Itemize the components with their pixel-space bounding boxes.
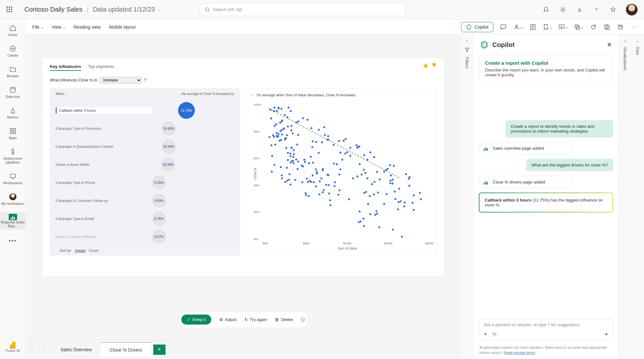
- thumbs-up-icon[interactable]: 👍: [423, 63, 428, 68]
- chevron-down-icon: ⌵: [41, 24, 43, 30]
- user-avatar[interactable]: [626, 4, 638, 15]
- ki-row[interactable]: Campaign Type is Promotion10.43%: [56, 119, 234, 137]
- notifications-icon[interactable]: [542, 6, 550, 14]
- filters-label: Filters: [465, 57, 469, 68]
- svg-rect-15: [576, 26, 580, 29]
- menu-mobile-layout[interactable]: Mobile layout: [109, 24, 136, 30]
- nav-create[interactable]: Create: [0, 44, 25, 59]
- thumbs-down-icon[interactable]: 👎: [431, 63, 436, 68]
- sort-count[interactable]: Count: [89, 249, 98, 252]
- delete-button[interactable]: 🗑Delete: [275, 317, 293, 322]
- keep-it-button[interactable]: ✓ Keep it: [181, 315, 211, 325]
- copilot-title: Copilot: [492, 41, 515, 49]
- svg-point-2: [562, 9, 564, 11]
- bookmark-dropdown[interactable]: ⌵: [543, 24, 552, 30]
- ki-direction-select[interactable]: Increase: [100, 77, 142, 84]
- nav-metrics[interactable]: Metrics: [0, 106, 25, 120]
- back-arrow-icon[interactable]: ←: [251, 93, 254, 97]
- nav-my-workspace[interactable]: My workspace: [0, 192, 25, 207]
- nav-browse[interactable]: Browse: [0, 64, 25, 79]
- present-dropdown[interactable]: ⌵: [558, 24, 568, 30]
- nav-apps[interactable]: Apps: [0, 126, 25, 141]
- page-tab-close-drivers[interactable]: Close % Drivers: [101, 342, 151, 357]
- page-tabs: ‹ › Sales Overview Close % Drivers +: [26, 340, 460, 359]
- user-message-2: What are the biggest drivers for close %…: [526, 159, 613, 171]
- ki-row[interactable]: Campaign Type is Email8.76%: [56, 210, 234, 228]
- data-rail[interactable]: ‹Data: [631, 35, 644, 359]
- settings-icon[interactable]: [559, 6, 567, 14]
- document-icon[interactable]: [529, 24, 536, 31]
- ki-row[interactable]: Campaign is QuarterlySales Contest10.43%: [56, 137, 234, 156]
- try-again-button[interactable]: ↻Try again: [244, 317, 267, 322]
- copilot-input[interactable]: Ask a question or request, or type '/' f…: [479, 319, 613, 340]
- nav-workspaces[interactable]: Workspaces: [0, 171, 25, 186]
- send-icon[interactable]: ➤: [605, 332, 608, 336]
- close-icon[interactable]: ✕: [607, 41, 612, 48]
- ki-row[interactable]: Owner is Anne Weiler10.33%: [56, 156, 234, 174]
- copilot-button[interactable]: Copilot: [461, 22, 493, 32]
- global-search[interactable]: Search (Alt +Q): [199, 3, 405, 16]
- chevron-left-icon[interactable]: ‹: [466, 38, 468, 43]
- menu-view[interactable]: View ⌵: [52, 24, 65, 30]
- help-icon[interactable]: ?: [592, 6, 600, 14]
- copy-icon[interactable]: [603, 24, 611, 31]
- filter-icon: [465, 47, 470, 52]
- sparkle-icon[interactable]: ✦: [484, 332, 487, 336]
- svg-rect-16: [605, 25, 608, 29]
- nav-regional-sales[interactable]: Regional Sales Rep...: [0, 213, 25, 229]
- page-prev-icon[interactable]: ‹: [26, 347, 39, 352]
- copilot-action-bar: ✓ Keep it ⚙Adjust ↻Try again 🗑Delete ⓘ: [178, 311, 308, 328]
- save-icon[interactable]: [617, 24, 624, 31]
- comments-icon[interactable]: [500, 24, 507, 31]
- filters-pane-collapsed[interactable]: ‹ Filters: [460, 35, 473, 359]
- export-dropdown[interactable]: ⌵: [574, 24, 583, 30]
- key-influencers-visual[interactable]: 👍 👎 Key influencers Top segments What in…: [42, 57, 444, 276]
- more-icon[interactable]: ···: [630, 24, 638, 31]
- right-rails: ‹Visualizations ‹Data: [618, 35, 644, 359]
- feedback-icon[interactable]: [609, 6, 617, 14]
- nav-deployment[interactable]: Deployment pipelines: [0, 147, 25, 165]
- info-icon[interactable]: ⓘ: [301, 317, 305, 323]
- insight-highlight: Callback within 3 hours (11.75%) has the…: [479, 193, 613, 213]
- left-nav: Home Create Browse Data hub Metrics Apps…: [0, 19, 26, 359]
- refresh-icon[interactable]: [590, 24, 597, 31]
- tab-key-influencers[interactable]: Key influencers: [50, 64, 81, 71]
- ki-row[interactable]: Campaign is Customer Follow-up8.83%: [56, 192, 234, 210]
- copilot-intro-card: Create a report with Copilot Describe th…: [479, 55, 613, 83]
- tab-top-segments[interactable]: Top segments: [88, 64, 114, 69]
- top-bar: Contoso Daily Sales | Data updated 1/12/…: [0, 0, 644, 19]
- nav-more-icon[interactable]: •••: [9, 238, 17, 244]
- visualizations-rail[interactable]: ‹Visualizations: [619, 35, 631, 359]
- adjust-button[interactable]: ⚙Adjust: [219, 317, 237, 322]
- menu-file[interactable]: File ⌵: [32, 24, 43, 30]
- svg-rect-9: [10, 174, 15, 178]
- app-launcher-icon[interactable]: [6, 6, 13, 13]
- download-icon[interactable]: [576, 6, 583, 14]
- refresh-icon: ↻: [244, 317, 248, 322]
- ki-row[interactable]: Callback within 3 hours11.75%: [56, 101, 234, 119]
- report-canvas: 👍 👎 Key influencers Top segments What in…: [26, 35, 460, 340]
- system-message-2[interactable]: Close % drivers page added: [479, 176, 573, 188]
- system-message-1[interactable]: Sales overview page added: [479, 142, 573, 154]
- svg-rect-5: [10, 128, 12, 130]
- page-tab-sales-overview[interactable]: Sales Overview: [52, 343, 101, 357]
- svg-point-11: [516, 25, 517, 27]
- ki-row[interactable]: Owner is Jordan Williams8.57%: [56, 228, 234, 246]
- preview-terms-link[interactable]: Read preview terms: [504, 351, 535, 354]
- powerbi-logo[interactable]: Power BI: [5, 342, 20, 353]
- menu-reading-view[interactable]: Reading view: [74, 24, 101, 30]
- copilot-icon: [466, 24, 472, 30]
- nav-datahub[interactable]: Data hub: [0, 85, 25, 100]
- sort-impact[interactable]: Impact: [75, 249, 86, 252]
- ki-row[interactable]: Campaign Type is Phone9.25%: [56, 174, 234, 192]
- chevron-down-icon[interactable]: ⌵: [158, 7, 161, 12]
- add-page-button[interactable]: +: [153, 345, 166, 355]
- svg-rect-7: [10, 132, 12, 134]
- attach-icon[interactable]: 📎: [492, 332, 497, 336]
- copilot-card-title: Create a report with Copilot: [485, 60, 607, 66]
- page-next-icon[interactable]: ›: [39, 347, 52, 352]
- persona-dropdown[interactable]: ⌵: [513, 24, 523, 30]
- svg-point-0: [205, 8, 209, 11]
- sliders-icon: ⚙: [219, 317, 223, 322]
- nav-home[interactable]: Home: [0, 23, 25, 38]
